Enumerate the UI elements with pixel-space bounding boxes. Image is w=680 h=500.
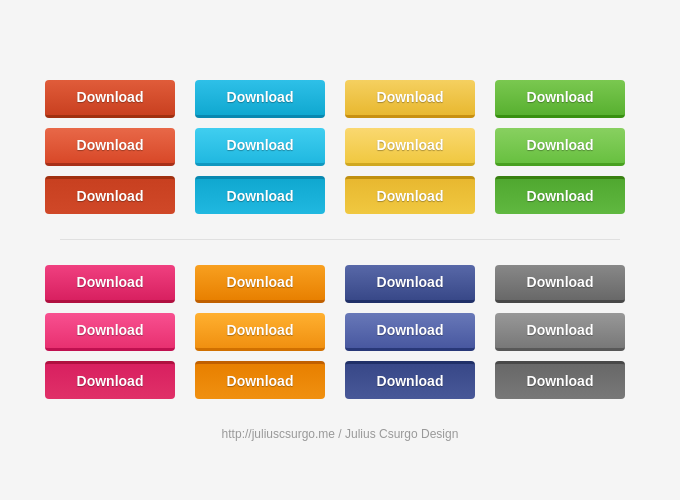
download-button-orange-3[interactable]: Download — [195, 361, 325, 399]
download-button-cyan-2[interactable]: Download — [195, 128, 325, 166]
download-button-navy-3[interactable]: Download — [345, 361, 475, 399]
button-grid-top: DownloadDownloadDownloadDownloadDownload… — [15, 60, 665, 234]
download-button-gray-3[interactable]: Download — [495, 361, 625, 399]
download-button-pink-2[interactable]: Download — [45, 313, 175, 351]
button-grid-bottom: DownloadDownloadDownloadDownloadDownload… — [15, 245, 665, 419]
download-button-red-3[interactable]: Download — [45, 176, 175, 214]
download-button-orange-2[interactable]: Download — [195, 313, 325, 351]
download-button-green-2[interactable]: Download — [495, 128, 625, 166]
download-button-red-1[interactable]: Download — [45, 80, 175, 118]
download-button-green-1[interactable]: Download — [495, 80, 625, 118]
main-container: DownloadDownloadDownloadDownloadDownload… — [15, 60, 665, 441]
download-button-pink-3[interactable]: Download — [45, 361, 175, 399]
download-button-yellow-1[interactable]: Download — [345, 80, 475, 118]
divider — [60, 239, 620, 240]
download-button-green-3[interactable]: Download — [495, 176, 625, 214]
footer-text: http://juliuscsurgo.me / Julius Csurgo D… — [222, 427, 459, 441]
download-button-yellow-2[interactable]: Download — [345, 128, 475, 166]
download-button-navy-1[interactable]: Download — [345, 265, 475, 303]
download-button-cyan-3[interactable]: Download — [195, 176, 325, 214]
download-button-yellow-3[interactable]: Download — [345, 176, 475, 214]
download-button-gray-2[interactable]: Download — [495, 313, 625, 351]
download-button-orange-1[interactable]: Download — [195, 265, 325, 303]
download-button-navy-2[interactable]: Download — [345, 313, 475, 351]
download-button-cyan-1[interactable]: Download — [195, 80, 325, 118]
download-button-gray-1[interactable]: Download — [495, 265, 625, 303]
download-button-red-2[interactable]: Download — [45, 128, 175, 166]
download-button-pink-1[interactable]: Download — [45, 265, 175, 303]
